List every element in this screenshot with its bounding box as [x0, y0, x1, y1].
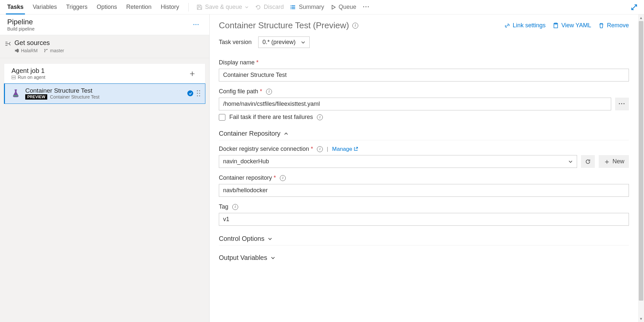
fullscreen-button[interactable]	[627, 2, 641, 12]
tab-options[interactable]: Options	[92, 0, 122, 14]
scroll-thumb[interactable]	[639, 21, 643, 301]
tab-triggers[interactable]: Triggers	[61, 0, 92, 14]
top-toolbar: Tasks Variables Triggers Options Retenti…	[0, 0, 644, 14]
config-path-input[interactable]	[219, 98, 611, 110]
info-icon[interactable]: i	[280, 175, 286, 181]
info-icon[interactable]: i	[317, 146, 323, 152]
svg-rect-4	[12, 78, 15, 79]
get-sources-item[interactable]: Get sources HalaRM master	[0, 35, 209, 58]
play-icon	[331, 5, 336, 10]
discard-label: Discard	[264, 4, 284, 11]
refresh-icon	[585, 159, 591, 165]
pipeline-title: Pipeline	[7, 18, 34, 26]
pipeline-header[interactable]: Pipeline Build pipeline ···	[0, 14, 209, 35]
vertical-scrollbar[interactable]: ▲ ▼	[638, 14, 644, 322]
svg-point-2	[290, 8, 291, 9]
chevron-up-icon	[284, 131, 288, 136]
new-connection-button[interactable]: ＋ New	[599, 155, 629, 168]
left-pane: Pipeline Build pipeline ··· Get sources …	[0, 14, 210, 322]
task-item-container-structure-test[interactable]: Container Structure Test PREVIEW Contain…	[4, 83, 205, 104]
docker-conn-value: navin_dockerHub	[223, 158, 269, 165]
sources-icon	[5, 40, 11, 47]
task-version-value: 0.* (preview)	[262, 39, 296, 46]
task-version-label: Task version	[219, 39, 252, 46]
display-name-input[interactable]	[219, 69, 629, 81]
queue-button[interactable]: Queue	[327, 2, 360, 12]
app-root: Tasks Variables Triggers Options Retenti…	[0, 0, 644, 322]
container-repo-label: Container repository *	[219, 174, 276, 181]
toolbar-more-button[interactable]: ···	[360, 2, 373, 12]
container-repo-input[interactable]	[219, 184, 629, 197]
docker-conn-label: Docker registry service connection *	[219, 146, 313, 152]
pipeline-subtitle: Build pipeline	[7, 26, 34, 32]
agent-job-item[interactable]: Agent job 1 Run on agent ＋	[4, 63, 205, 83]
repo-name: HalaRM	[14, 48, 38, 53]
task-subtitle: Container Structure Test	[50, 94, 99, 100]
view-yaml-button[interactable]: View YAML	[553, 22, 591, 29]
list-icon	[290, 4, 296, 10]
task-status-success-icon	[187, 90, 193, 96]
tab-retention[interactable]: Retention	[122, 0, 156, 14]
tag-input[interactable]	[219, 213, 629, 226]
refresh-button[interactable]	[581, 155, 595, 168]
save-queue-label: Save & queue	[205, 4, 242, 11]
svg-point-9	[199, 93, 200, 94]
link-icon	[504, 23, 510, 29]
chevron-down-icon	[568, 159, 573, 164]
svg-rect-3	[12, 76, 15, 77]
queue-label: Queue	[339, 4, 356, 11]
branch-name: master	[44, 48, 64, 53]
external-link-icon	[354, 147, 358, 151]
trash-icon	[598, 23, 604, 29]
summary-button[interactable]: Summary	[287, 2, 327, 12]
fail-on-test-failures-checkbox[interactable]	[219, 114, 225, 121]
info-icon[interactable]: i	[317, 114, 323, 120]
toolbar-separator	[188, 3, 189, 12]
tab-history[interactable]: History	[156, 0, 184, 14]
save-icon	[197, 4, 202, 10]
fail-checkbox-label: Fail task if there are test failures	[229, 114, 313, 121]
task-title: Container Structure Test	[25, 87, 99, 94]
scroll-down-button[interactable]: ▼	[639, 315, 643, 322]
browse-button[interactable]: ···	[615, 98, 629, 110]
svg-point-8	[197, 93, 198, 94]
clipboard-icon	[553, 23, 559, 29]
section-container-repository[interactable]: Container Repository	[219, 127, 629, 140]
right-pane: Container Structure Test (Preview) i Lin…	[210, 14, 644, 322]
pipeline-more-button[interactable]: ···	[191, 20, 202, 29]
chevron-down-icon	[301, 40, 305, 45]
panel-title: Container Structure Test (Preview) i	[219, 20, 358, 31]
info-icon[interactable]: i	[352, 23, 358, 29]
task-version-select[interactable]: 0.* (preview)	[258, 36, 310, 48]
task-flask-icon	[11, 88, 21, 98]
tab-variables[interactable]: Variables	[28, 0, 62, 14]
section-control-options[interactable]: Control Options	[219, 232, 629, 245]
agent-job-subtitle: Run on agent	[11, 75, 45, 80]
info-icon[interactable]: i	[266, 89, 272, 95]
tab-tasks[interactable]: Tasks	[3, 0, 28, 14]
config-path-label: Config file path *	[219, 88, 262, 95]
discard-button: Discard	[252, 2, 287, 12]
preview-badge: PREVIEW	[25, 94, 47, 100]
tab-list: Tasks Variables Triggers Options Retenti…	[3, 0, 184, 14]
chevron-down-icon	[271, 256, 275, 260]
add-task-button[interactable]: ＋	[185, 67, 199, 80]
scroll-up-button[interactable]: ▲	[639, 14, 643, 21]
section-output-variables[interactable]: Output Variables	[219, 251, 629, 264]
main-body: Pipeline Build pipeline ··· Get sources …	[0, 14, 644, 322]
svg-rect-5	[13, 95, 18, 97]
display-name-label: Display name *	[219, 59, 259, 66]
chevron-down-icon	[245, 5, 249, 9]
remove-button[interactable]: Remove	[598, 22, 629, 29]
docker-conn-select[interactable]: navin_dockerHub	[219, 155, 577, 168]
summary-label: Summary	[299, 4, 324, 11]
branch-icon	[44, 48, 48, 53]
link-settings-button[interactable]: Link settings	[504, 22, 546, 29]
svg-point-6	[197, 90, 198, 91]
drag-handle-icon[interactable]	[197, 90, 200, 97]
svg-point-0	[290, 5, 291, 6]
task-config-panel: Container Structure Test (Preview) i Lin…	[210, 14, 638, 322]
manage-link[interactable]: Manage	[332, 146, 358, 152]
info-icon[interactable]: i	[232, 204, 238, 210]
scroll-track[interactable]	[638, 21, 644, 315]
